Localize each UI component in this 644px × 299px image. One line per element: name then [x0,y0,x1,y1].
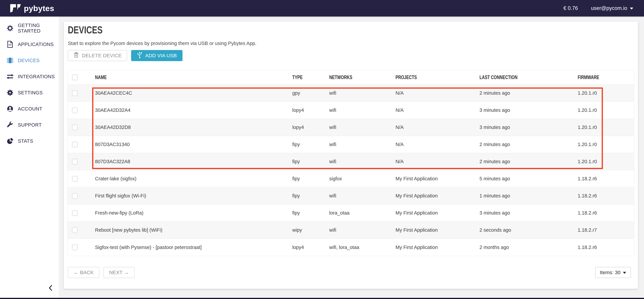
bottom-edge [0,298,644,299]
column-header-projects: PROJECTS [396,74,417,80]
device-projects: My First Application [396,210,480,216]
table-row[interactable]: 807D3AC31340 fipy wifi N/A 2 minutes ago… [68,136,634,153]
device-firmware: 1.20.1.r0 [578,142,634,147]
add-via-usb-button[interactable]: ADD VIA USB [131,50,182,61]
settings-icon [6,89,14,96]
device-firmware: 1.18.2.r6 [578,176,634,182]
items-per-page-dropdown[interactable]: Items: 30 [595,267,631,278]
row-checkbox[interactable] [72,108,78,113]
device-projects: N/A [396,90,480,96]
device-last-connection: 3 minutes ago [480,108,578,113]
table-row[interactable]: First flight sigfox (Wi-Fi) fipy wifi My… [68,187,634,204]
row-checkbox[interactable] [72,244,78,250]
device-last-connection: 3 minutes ago [480,124,578,130]
device-networks: wifi [329,90,396,96]
row-checkbox[interactable] [72,159,78,164]
account-icon [6,105,14,112]
device-networks: wifi [329,159,396,164]
device-type: lopy4 [292,108,329,113]
device-networks: wifi [329,193,396,198]
support-icon [6,121,14,128]
device-name: 807D3AC322A8 [95,159,292,164]
column-header-type: TYPE [292,74,303,80]
svg-text:</>: </> [8,44,12,46]
sidebar: GETTING STARTED </> APPLICATIONS DEVICES… [0,16,59,298]
table-row[interactable]: 807D3AC322A8 fipy wifi N/A 2 minutes ago… [68,153,634,170]
device-firmware: 1.20.1.r0 [578,90,634,96]
sidebar-item[interactable]: SUPPORT [0,117,59,133]
device-type: fipy [292,193,329,198]
device-projects: My First Application [396,244,480,250]
table-row[interactable]: Reboot [new pybytes lib] (WiFi) wipy wif… [68,222,634,239]
stats-icon [6,137,14,145]
row-checkbox[interactable] [72,227,78,233]
sidebar-item[interactable]: SETTINGS [0,84,59,101]
sidebar-item[interactable]: GETTING STARTED [0,20,59,36]
device-projects: My First Application [396,176,480,182]
table-row[interactable]: Sigfox-test (with Pysense) - [pastoor pe… [68,239,634,256]
user-menu[interactable]: user@pycom.io [591,5,633,11]
row-checkbox[interactable] [72,193,78,199]
pagination: ← BACK NEXT → Items: 30 [68,267,631,278]
pybytes-logo[interactable]: pybytes [0,3,54,14]
delete-device-button[interactable]: DELETE DEVICE [68,50,127,61]
toolbar: DELETE DEVICE ADD VIA USB [68,50,182,61]
device-type: wipy [292,227,329,233]
row-checkbox[interactable] [72,210,78,216]
back-button[interactable]: ← BACK [68,267,100,278]
column-header-last-connection: LAST CONNECTION [480,74,518,80]
row-checkbox[interactable] [72,90,78,96]
device-networks: wifi [329,124,396,130]
sidebar-collapse-button[interactable] [47,284,54,292]
device-last-connection: 1 minutes ago [480,193,578,198]
device-networks: lora_otaa [329,210,396,216]
table-row[interactable]: 30AEA42D32A4 lopy4 wifi N/A 3 minutes ag… [68,102,634,119]
table-body: 30AEA42CEC4C gpy wifi N/A 2 minutes ago … [68,84,634,256]
device-projects: My First Application [396,193,480,198]
sidebar-item[interactable]: </> APPLICATIONS [0,36,59,52]
table-row[interactable]: Fresh-new-fipy (LoRa) fipy lora_otaa My … [68,204,634,222]
column-header-name: NAME [95,74,106,80]
device-last-connection: 2 minutes ago [480,142,578,147]
device-name: 30AEA42D32D8 [95,124,292,130]
table-row[interactable]: Crater-lake (sigfox) fipy sigfox My Firs… [68,170,634,187]
topbar: pybytes € 0.76 user@pycom.io [0,0,644,16]
device-type: gpy [292,90,329,96]
table-row[interactable]: 30AEA42CEC4C gpy wifi N/A 2 minutes ago … [68,84,634,102]
chevron-down-icon [623,272,626,274]
sun-icon [6,24,14,32]
chevron-down-icon [630,8,633,10]
devices-table: NAME TYPE NETWORKS PROJECTS LAST CONNECT… [68,70,634,256]
row-checkbox[interactable] [72,124,78,130]
device-networks: wifi [329,108,396,113]
device-networks: wifi [329,227,396,233]
device-name: Sigfox-test (with Pysense) - [pastoor pe… [95,244,292,250]
device-firmware: 1.18.2.r6 [578,193,634,198]
page-subtitle: Start to explore the Pycom devices by pr… [68,41,256,46]
sidebar-item[interactable]: ACCOUNT [0,101,59,117]
pycom-logo-icon [10,3,21,14]
trash-icon [73,52,79,60]
table-header-row: NAME TYPE NETWORKS PROJECTS LAST CONNECT… [68,70,634,84]
column-header-networks: NETWORKS [329,74,352,80]
device-networks: sigfox [329,176,396,182]
device-last-connection: 2 seconds ago [480,227,578,233]
device-firmware: 1.18.2.r6 [578,210,634,216]
sidebar-nav: GETTING STARTED </> APPLICATIONS DEVICES… [0,16,59,149]
user-email: user@pycom.io [591,5,627,11]
usb-icon [137,52,142,60]
device-networks: wifi [329,142,396,147]
device-type: lopy4 [292,244,329,250]
sidebar-item[interactable]: STATS [0,133,59,149]
device-projects: N/A [396,124,480,130]
table-row[interactable]: 30AEA42D32D8 lopy4 wifi N/A 3 minutes ag… [68,119,634,136]
device-name: Reboot [new pybytes lib] (WiFi) [95,227,292,233]
sidebar-item[interactable]: DEVICES [0,52,59,68]
sidebar-item[interactable]: INTEGRATIONS [0,68,59,84]
select-all-checkbox[interactable] [72,74,78,80]
row-checkbox[interactable] [72,142,78,148]
device-projects: N/A [396,108,480,113]
row-checkbox[interactable] [72,176,78,182]
devices-icon [6,57,14,64]
next-button[interactable]: NEXT → [104,267,135,278]
